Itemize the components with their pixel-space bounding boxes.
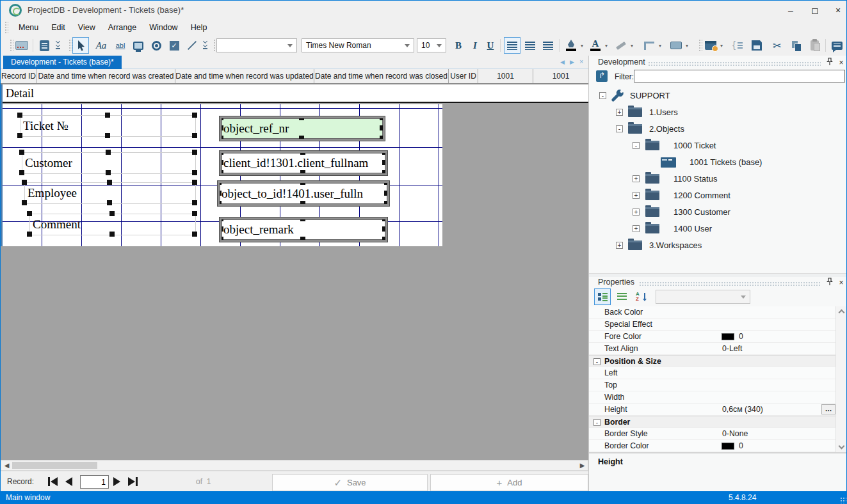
selection-handle[interactable]	[109, 232, 115, 237]
expand-icon[interactable]: +	[616, 109, 623, 116]
previous-record-button[interactable]	[65, 476, 72, 487]
chevron-down-icon[interactable]: ▾	[659, 43, 661, 49]
designer-label-comment[interactable]: Comment	[29, 214, 196, 235]
toolbar-overflow[interactable]	[54, 39, 61, 52]
selection-handle[interactable]	[220, 160, 223, 165]
scroll-left-icon[interactable]: ◀	[1, 461, 12, 470]
selection-handle[interactable]	[105, 113, 110, 118]
font-color-button[interactable]: A	[587, 37, 604, 54]
selection-handle[interactable]	[19, 150, 24, 155]
tree-item-support[interactable]: - SUPPORT	[589, 88, 847, 104]
tree-item-1000-ticket[interactable]: - 1000 Ticket	[589, 138, 847, 154]
property-value[interactable]: 0	[739, 332, 743, 341]
selection-handle[interactable]	[382, 237, 387, 242]
selection-handle[interactable]	[384, 191, 389, 196]
selection-handle[interactable]	[107, 200, 112, 205]
bold-button[interactable]: B	[450, 37, 467, 54]
selection-handle[interactable]	[192, 113, 197, 118]
font-combobox[interactable]: Times New Roman	[302, 38, 414, 52]
selection-handle[interactable]	[380, 116, 385, 120]
property-row-height[interactable]: Height 0,6см (340) ...	[589, 404, 835, 416]
designer-field-object-ref-nr[interactable]: object_ref_nr	[220, 116, 385, 141]
toolbar-grip[interactable]	[4, 21, 8, 34]
checkbox-tool-button[interactable]: ✓	[166, 37, 182, 54]
resize-grip[interactable]	[840, 497, 846, 503]
close-button[interactable]: ×	[826, 1, 847, 20]
comment-button[interactable]	[828, 37, 845, 54]
highlight-button[interactable]	[613, 37, 629, 54]
chevron-down-icon[interactable]: ▾	[720, 43, 723, 49]
alphabetic-view-button[interactable]	[613, 288, 630, 305]
last-record-button[interactable]	[128, 476, 138, 487]
selection-handle[interactable]	[17, 113, 22, 118]
selection-handle[interactable]	[382, 170, 387, 175]
form-designer-canvas[interactable]: Detail Ticket № Customer Employee Commen…	[1, 84, 588, 460]
collapse-icon[interactable]: -	[599, 92, 606, 99]
selection-handle[interactable]	[299, 136, 304, 141]
column-header[interactable]: Record ID	[1, 69, 37, 83]
collapse-icon[interactable]: -	[593, 358, 601, 365]
menu-item-arrange[interactable]: Arrange	[102, 21, 143, 34]
sort-button[interactable]: AZ	[633, 288, 649, 305]
selection-handle[interactable]	[192, 133, 197, 138]
selection-handle[interactable]	[22, 180, 27, 185]
chevron-down-icon[interactable]: ▾	[581, 43, 583, 49]
selection-handle[interactable]	[105, 133, 110, 138]
first-record-button[interactable]	[48, 476, 58, 487]
expand-icon[interactable]: +	[633, 209, 640, 216]
record-number-input[interactable]	[80, 475, 109, 489]
property-row-width[interactable]: Width	[589, 391, 835, 404]
expand-icon[interactable]: +	[633, 192, 640, 199]
selection-handle[interactable]	[220, 237, 223, 242]
align-right-button[interactable]	[540, 37, 556, 54]
selection-handle[interactable]	[382, 160, 387, 165]
selection-handle[interactable]	[22, 200, 27, 205]
selection-handle[interactable]	[218, 181, 222, 185]
ellipsis-editor-button[interactable]: ...	[821, 404, 835, 414]
minimize-button[interactable]: –	[778, 1, 803, 20]
copy-button[interactable]	[788, 37, 805, 54]
menu-item-menu[interactable]: Menu	[12, 21, 45, 34]
property-value[interactable]: 0-Left	[722, 344, 742, 353]
column-header[interactable]: Date and time when record was closed	[314, 69, 449, 83]
selection-handle[interactable]	[299, 116, 304, 120]
label-tool-button[interactable]: Aa	[93, 37, 109, 54]
selection-handle[interactable]	[384, 201, 389, 206]
font-size-combobox[interactable]: 10	[417, 38, 446, 52]
selection-handle[interactable]	[220, 125, 223, 130]
selection-handle[interactable]	[218, 201, 222, 206]
selection-handle[interactable]	[107, 180, 112, 185]
selection-handle[interactable]	[382, 151, 387, 155]
column-header[interactable]: 1001	[478, 69, 533, 83]
tree-item-1300-customer[interactable]: + 1300 Customer	[589, 204, 847, 221]
tree-item-objects[interactable]: - 2.Objects	[589, 121, 847, 138]
outline-button[interactable]	[729, 37, 746, 54]
property-value[interactable]: 0	[739, 441, 743, 450]
collapse-icon[interactable]: -	[593, 419, 601, 426]
chevron-down-icon[interactable]: ▾	[686, 43, 688, 49]
selection-handle[interactable]	[106, 150, 111, 155]
selection-handle[interactable]	[384, 181, 389, 185]
next-record-button[interactable]	[113, 476, 120, 487]
selection-handle[interactable]	[220, 136, 223, 141]
property-row-special-effect[interactable]: Special Effect	[589, 319, 835, 331]
selection-handle[interactable]	[192, 180, 197, 185]
property-category-border[interactable]: - Border	[589, 416, 835, 428]
radio-tool-button[interactable]	[148, 37, 165, 54]
select-tool-button[interactable]	[72, 37, 89, 54]
selection-handle[interactable]	[220, 116, 223, 120]
selection-handle[interactable]	[192, 170, 197, 175]
align-left-button[interactable]	[504, 37, 520, 54]
tree-item-1200-comment[interactable]: + 1200 Comment	[589, 187, 847, 204]
selection-handle[interactable]	[220, 217, 223, 221]
scroll-right-icon[interactable]: ▶	[577, 461, 588, 470]
property-row-top[interactable]: Top	[589, 379, 835, 391]
textbox-tool-button[interactable]: abl	[112, 37, 129, 54]
collapse-icon[interactable]: -	[616, 125, 623, 132]
pin-icon[interactable]	[825, 278, 835, 288]
italic-button[interactable]: I	[467, 37, 483, 54]
selection-handle[interactable]	[300, 201, 305, 206]
expand-icon[interactable]: +	[633, 175, 640, 182]
tab-close-icon[interactable]: ×	[579, 58, 583, 65]
selection-handle[interactable]	[220, 170, 223, 175]
